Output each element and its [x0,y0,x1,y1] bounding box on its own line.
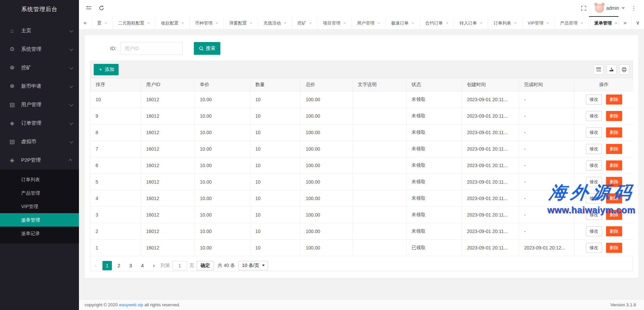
tab[interactable]: 弹窗配置 × [224,16,258,29]
page-size-select[interactable]: 10 条/页 [239,261,268,270]
more-options-button[interactable]: ⋮ [630,5,638,12]
edit-button[interactable]: 修改 [586,243,602,253]
tab[interactable]: 用户管理 × [352,16,386,29]
delete-button[interactable]: 删除 [606,144,622,154]
tab[interactable]: 合约订单 × [420,16,454,29]
tab-close-icon[interactable]: × [181,21,184,26]
page-number-button[interactable]: 4 [138,261,147,270]
collapse-sidebar-button[interactable] [82,2,95,14]
delete-button[interactable]: 删除 [606,177,622,187]
tab-close-icon[interactable]: × [615,21,617,26]
page-number-button[interactable]: 1 [102,261,112,270]
tab-close-icon[interactable]: × [547,21,549,26]
tab-close-icon[interactable]: × [147,21,150,26]
tab-close-icon[interactable]: × [480,21,483,26]
sidebar-item[interactable]: ◈ 订单管理 [0,114,79,132]
tab[interactable]: 派单管理 × [589,16,618,29]
tab-close-icon[interactable]: × [581,21,583,26]
sidebar-item[interactable]: ▤ 虚拟币 [0,132,79,151]
edit-button[interactable]: 修改 [586,127,602,138]
edit-button[interactable]: 修改 [586,144,602,154]
export-button[interactable] [606,65,616,75]
tab-close-icon[interactable]: × [446,21,448,26]
search-button[interactable]: 搜索 [194,42,220,55]
tab-close-icon[interactable]: × [216,21,218,26]
tab[interactable]: 订单列表 × [488,16,522,29]
tabs-scroll-left-button[interactable]: « [79,16,92,29]
tab[interactable]: 转入订单 × [454,16,488,29]
page-number-button[interactable]: 2 [114,261,124,270]
sidebar-item[interactable]: ▤ 用户管理 [0,95,79,114]
edit-button[interactable]: 修改 [586,193,602,203]
edit-button[interactable]: 修改 [586,111,602,121]
tab-close-icon[interactable]: × [412,21,414,26]
tab-close-icon[interactable]: × [343,21,346,26]
pagination: ‹ 1234 › 到第 页 确定 共 40 条 10 条/页 [90,256,633,271]
sidebar-item[interactable]: ☸ 新币申请 [0,77,79,95]
edit-button[interactable]: 修改 [586,177,602,187]
tab-close-icon[interactable]: × [514,21,517,26]
edit-button[interactable]: 修改 [586,210,602,220]
chevron-down-icon [262,265,265,266]
tab-close-icon[interactable]: × [250,21,252,26]
tab[interactable]: 挖矿 × [292,16,318,29]
cell-user-id: 16012 [141,223,195,239]
sidebar-item[interactable]: ⚙ 系统管理 [0,40,79,59]
delete-button[interactable]: 删除 [606,94,622,105]
user-menu[interactable]: admin [595,4,625,13]
tab[interactable]: 收款配置 × [156,16,190,29]
cell-user-id: 16012 [141,173,195,190]
tabs-scroll-right-button[interactable]: » [618,16,631,29]
tab[interactable]: VIP管理 × [522,16,555,29]
refresh-button[interactable] [95,2,108,14]
cell-unit-price: 10.00 [195,223,250,239]
tabs-collapse-button[interactable]: ∨ [631,16,644,29]
sidebar-subitem[interactable]: 产品管理 [0,186,79,200]
columns-toggle-button[interactable] [594,65,604,75]
next-page-button[interactable]: › [149,261,158,270]
table-row: 8 16012 10.00 10 100.00 未领取 2023-09-01 2… [91,124,634,141]
sidebar-subitem[interactable]: 订单列表 [0,173,79,186]
goto-page-input[interactable] [172,261,187,270]
tab[interactable]: 充值活动 × [258,16,292,29]
tab[interactable]: 项目管理 × [317,16,352,29]
add-button[interactable]: ＋ 添加 [94,64,119,75]
sidebar-item[interactable]: ⌂ 主页 [0,22,79,40]
cell-finished-time: - [519,124,574,141]
cell-description [353,223,406,239]
collapse-menu-icon [86,5,92,11]
delete-button[interactable]: 删除 [606,160,622,170]
tab[interactable]: 极速订单 × [386,16,420,29]
tab-close-icon[interactable]: × [378,21,380,26]
tab[interactable]: 置 × [92,16,113,29]
delete-button[interactable]: 删除 [606,127,622,138]
tab-close-icon[interactable]: × [284,21,287,26]
goto-confirm-button[interactable]: 确定 [197,261,214,270]
search-input[interactable] [120,42,183,55]
tab-close-icon[interactable]: × [309,21,312,26]
delete-button[interactable]: 删除 [606,210,622,220]
delete-button[interactable]: 删除 [606,226,622,236]
delete-button[interactable]: 删除 [606,111,622,121]
sidebar-subitem[interactable]: VIP管理 [0,200,79,213]
sidebar-subitem[interactable]: 派单管理 [0,213,79,227]
edit-button[interactable]: 修改 [586,226,602,236]
tab[interactable]: 币种管理 × [190,16,224,29]
fullscreen-button[interactable] [577,2,590,14]
cell-status: 未领取 [406,141,462,157]
print-button[interactable] [619,65,629,75]
sidebar-item[interactable]: ◈ P2P管理 [0,151,79,169]
tab-close-icon[interactable]: × [104,21,107,26]
delete-button[interactable]: 删除 [606,243,622,253]
sidebar-item[interactable]: ☸ 挖矿 [0,59,79,77]
tab[interactable]: 产品管理 × [555,16,589,29]
delete-button[interactable]: 删除 [606,193,622,203]
tab[interactable]: 二元期权配置 × [113,16,156,29]
edit-button[interactable]: 修改 [586,160,602,170]
prev-page-button[interactable]: ‹ [91,261,100,270]
cell-total: 100.00 [301,206,353,223]
edit-button[interactable]: 修改 [586,94,602,105]
sidebar-subitem[interactable]: 派单记录 [0,227,79,240]
footer-link[interactable]: easyweb.vip [119,302,143,307]
page-number-button[interactable]: 3 [126,261,135,270]
